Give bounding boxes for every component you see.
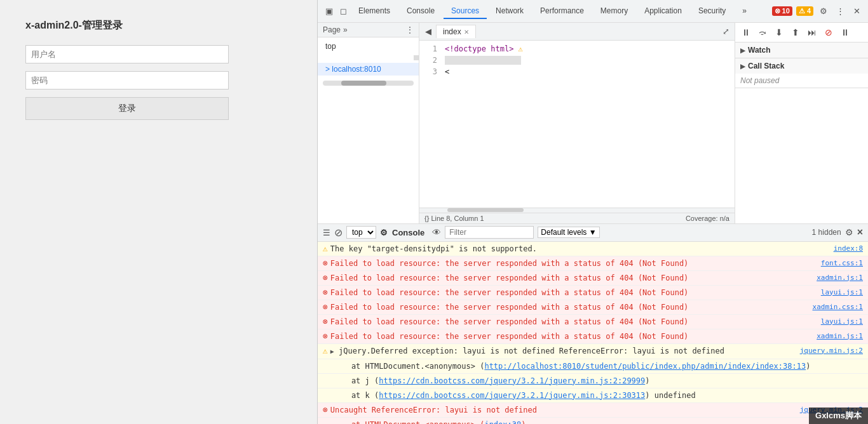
msg-text-2: Failed to load resource: the server resp… <box>330 272 814 284</box>
call-stack-section: ▶ Call Stack Not paused <box>735 58 868 88</box>
not-paused-text: Not paused <box>735 74 868 88</box>
console-block-icon[interactable]: ⊘ <box>334 227 342 239</box>
msg-source-1[interactable]: font.css:1 <box>821 258 863 269</box>
console-msg-3: ⊗ Failed to load resource: the server re… <box>318 286 868 300</box>
step-btn[interactable]: ⏭ <box>805 25 819 39</box>
msg-source-3[interactable]: layui.js:1 <box>821 287 863 298</box>
msg-text-3: Failed to load resource: the server resp… <box>330 287 818 298</box>
watermark: Gxlcms脚本 <box>809 407 868 424</box>
console-settings-icon[interactable]: ⚙ <box>380 228 388 237</box>
console-eye-icon[interactable]: 👁 <box>432 227 441 237</box>
msg-text-6: Failed to load resource: the server resp… <box>330 331 814 342</box>
deactivate-btn[interactable]: ⊘ <box>822 25 836 39</box>
tab-memory[interactable]: Memory <box>593 4 635 19</box>
console-sidebar-icon[interactable]: ☰ <box>323 228 330 237</box>
code-scrollbar-thumb-h <box>447 208 524 212</box>
console-close-icon[interactable]: × <box>857 227 863 238</box>
username-input[interactable] <box>25 45 229 63</box>
step-out-btn[interactable]: ⬆ <box>789 25 803 39</box>
console-msg-2: ⊗ Failed to load resource: the server re… <box>318 271 868 286</box>
code-tab-left[interactable]: ◀ <box>422 25 435 38</box>
console-msg-0: ⚠ The key "target-densitydpi" is not sup… <box>318 242 868 256</box>
msg-text-8-sub1: at HTMLDocument.<anonymous> (index:38) <box>333 419 863 425</box>
msg-text-7-sub3: at k (https://cdn.bootcss.com/jquery/3.2… <box>333 390 863 401</box>
code-tab-index[interactable]: index ✕ <box>436 25 476 38</box>
expand-icon-7[interactable]: ▶ <box>330 346 334 357</box>
msg-source-5[interactable]: layui.js:1 <box>821 316 863 328</box>
link-7-3[interactable]: https://cdn.bootcss.com/jquery/3.2.1/jqu… <box>379 391 645 400</box>
code-footer: {} Line 8, Column 1 Coverage: n/a <box>419 213 735 223</box>
tree-item-localhost[interactable]: > localhost:8010 <box>318 63 419 76</box>
console-msg-5: ⊗ Failed to load resource: the server re… <box>318 315 868 329</box>
console-msg-8-sub1: at HTMLDocument.<anonymous> (index:38) <box>318 418 868 425</box>
tab-application[interactable]: Application <box>637 4 689 19</box>
console-filter-input[interactable] <box>445 226 534 239</box>
pause-btn[interactable]: ⏸ <box>739 25 753 39</box>
tab-network[interactable]: Network <box>488 4 531 19</box>
tab-performance[interactable]: Performance <box>532 4 592 19</box>
tab-more[interactable]: » <box>735 4 754 19</box>
code-expand-icon[interactable]: ⤢ <box>719 25 732 38</box>
right-sidebar: ⏸ ⤼ ⬇ ⬆ ⏭ ⊘ ⏸ ▶ Watch ▶ Call Stack <box>735 23 868 223</box>
login-button[interactable]: 登录 <box>25 97 229 120</box>
password-input[interactable] <box>25 71 229 89</box>
msg-text-5: Failed to load resource: the server resp… <box>330 316 818 328</box>
call-stack-section-title[interactable]: ▶ Call Stack <box>735 58 868 74</box>
console-panel: ☰ ⊘ top ⚙ Console 👁 Default levels ▼ 1 h… <box>318 224 868 425</box>
warn-count-badge: ⚠ 4 <box>796 6 813 16</box>
code-content: 1 <!doctype html> ⚠ 2 3 < <box>419 41 735 208</box>
code-footer-text: {} Line 8, Column 1 <box>424 215 484 222</box>
msg-source-0[interactable]: index:8 <box>834 243 863 255</box>
tree-item-top[interactable]: top <box>318 40 419 53</box>
page-label[interactable]: Page <box>323 25 341 34</box>
msg-text-7: ▶ jQuery.Deferred exception: layui is no… <box>330 345 797 357</box>
file-tree: Page » ⋮ top > localhost:8010 <box>318 23 419 223</box>
code-line-1: 1 <!doctype html> ⚠ <box>419 43 735 55</box>
link-7-2[interactable]: https://cdn.bootcss.com/jquery/3.2.1/jqu… <box>379 376 645 385</box>
code-viewer: ◀ index ✕ ⤢ 1 <!doctype html> ⚠ 2 <box>419 23 735 223</box>
tab-sources[interactable]: Sources <box>444 4 487 19</box>
step-over-btn[interactable]: ⤼ <box>756 25 770 39</box>
dont-pause-btn[interactable]: ⏸ <box>838 25 852 39</box>
msg-source-2[interactable]: xadmin.js:1 <box>817 272 863 284</box>
tab-elements[interactable]: Elements <box>351 4 398 19</box>
code-scrollbar-h[interactable] <box>419 208 735 213</box>
tab-security[interactable]: Security <box>691 4 733 19</box>
msg-source-4[interactable]: xadmin.css:1 <box>813 301 863 313</box>
console-msg-7-sub3: at k (https://cdn.bootcss.com/jquery/3.2… <box>318 388 868 403</box>
devtools-device-icon[interactable]: ◻ <box>337 5 349 18</box>
msg-text-0: The key "target-densitydpi" is not suppo… <box>330 243 831 255</box>
console-messages: ⚠ The key "target-densitydpi" is not sup… <box>318 242 868 425</box>
watermark-text: Gxlcms脚本 <box>815 411 862 420</box>
link-7-1[interactable]: http://localhost:8010/student/public/ind… <box>484 362 806 371</box>
watch-label: Watch <box>748 46 771 55</box>
settings-icon[interactable]: ⚙ <box>817 5 830 18</box>
code-tab-bar: ◀ index ✕ ⤢ <box>419 23 735 41</box>
devtools-inspect-icon[interactable]: ▣ <box>323 5 336 18</box>
tab-console[interactable]: Console <box>399 4 442 19</box>
msg-text-7-sub2: at j (https://cdn.bootcss.com/jquery/3.2… <box>333 375 863 387</box>
left-panel: x-admin2.0-管理登录 登录 <box>0 0 318 424</box>
console-msg-1: ⊗ Failed to load resource: the server re… <box>318 256 868 271</box>
file-tree-scrollbar[interactable] <box>323 81 414 86</box>
link-8-1[interactable]: index:38 <box>484 420 521 425</box>
code-tab-close[interactable]: ✕ <box>464 29 469 36</box>
console-msg-8: ⊗ Uncaught ReferenceError: layui is not … <box>318 403 868 418</box>
console-msg-4: ⊗ Failed to load resource: the server re… <box>318 300 868 315</box>
file-tree-more[interactable]: » <box>343 25 348 34</box>
watch-section-title[interactable]: ▶ Watch <box>735 43 868 58</box>
close-devtools-icon[interactable]: ✕ <box>850 5 863 18</box>
msg-source-7[interactable]: jquery.min.js:2 <box>800 345 863 357</box>
error-icon-3: ⊗ <box>323 287 328 298</box>
code-tab-arrows: ⤢ <box>719 25 732 38</box>
step-into-btn[interactable]: ⬇ <box>772 25 786 39</box>
context-selector[interactable]: top <box>346 226 376 239</box>
file-tree-menu[interactable]: ⋮ <box>406 25 414 34</box>
code-line-3: 3 < <box>419 66 735 77</box>
error-icon-6: ⊗ <box>323 331 328 342</box>
console-gear-icon[interactable]: ⚙ <box>845 227 853 237</box>
login-form: 登录 <box>25 45 229 120</box>
level-selector-label[interactable]: Default levels ▼ <box>538 227 599 238</box>
more-options-icon[interactable]: ⋮ <box>834 5 846 18</box>
msg-source-6[interactable]: xadmin.js:1 <box>817 331 863 342</box>
